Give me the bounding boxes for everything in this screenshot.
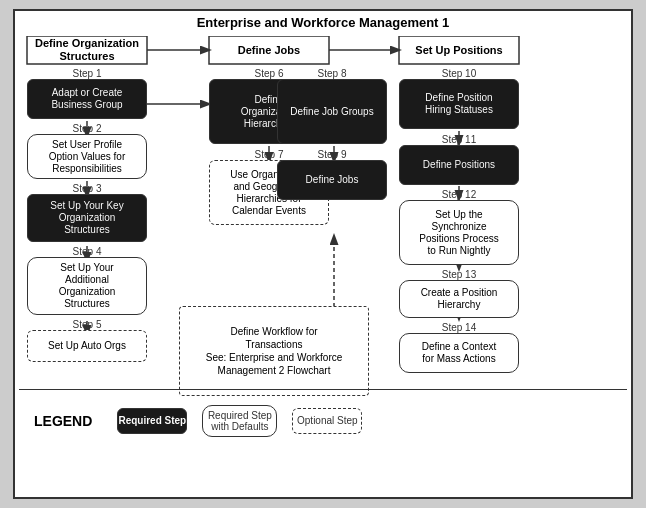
step4-box: Set Up YourAdditionalOrganizationStructu… bbox=[27, 257, 147, 315]
step5-box: Set Up Auto Orgs bbox=[27, 330, 147, 362]
step1-label: Step 1 bbox=[27, 68, 147, 79]
col1-header: Define Organization Structures bbox=[27, 36, 147, 64]
step12-label: Step 12 bbox=[399, 189, 519, 200]
legend-required-defaults-box: Required Stepwith Defaults bbox=[202, 405, 277, 437]
step9-box: Define Jobs bbox=[277, 160, 387, 200]
step8-label: Step 8 bbox=[277, 68, 387, 79]
page-title: Enterprise and Workforce Management 1 bbox=[19, 15, 627, 30]
step14-label: Step 14 bbox=[399, 322, 519, 333]
legend-area: LEGEND Required Step Required Stepwith D… bbox=[19, 389, 627, 451]
step1-box: Adapt or CreateBusiness Group bbox=[27, 79, 147, 119]
diagram-area: Define Organization Structures Define Jo… bbox=[19, 36, 627, 451]
step3-label: Step 3 bbox=[27, 183, 147, 194]
step11-label: Step 11 bbox=[399, 134, 519, 145]
step8-box: Define Job Groups bbox=[277, 79, 387, 144]
legend-optional-box: Optional Step bbox=[292, 408, 362, 434]
legend-required: Required Step bbox=[117, 408, 187, 434]
main-container: Enterprise and Workforce Management 1 bbox=[13, 9, 633, 499]
legend-required-defaults: Required Stepwith Defaults bbox=[202, 405, 277, 437]
step4-label: Step 4 bbox=[27, 246, 147, 257]
legend-optional: Optional Step bbox=[292, 408, 362, 434]
step2-label: Step 2 bbox=[27, 123, 147, 134]
col2-header: Define Jobs bbox=[209, 36, 329, 64]
step13-label: Step 13 bbox=[399, 269, 519, 280]
step2-box: Set User ProfileOption Values forRespons… bbox=[27, 134, 147, 179]
step11-box: Define Positions bbox=[399, 145, 519, 185]
workflow-note: Define Workflow forTransactionsSee: Ente… bbox=[179, 306, 369, 396]
step5-label: Step 5 bbox=[27, 319, 147, 330]
legend-title: LEGEND bbox=[34, 413, 92, 429]
step12-box: Set Up theSynchronizePositions Processto… bbox=[399, 200, 519, 265]
step9-label: Step 9 bbox=[277, 149, 387, 160]
step3-box: Set Up Your KeyOrganizationStructures bbox=[27, 194, 147, 242]
step13-box: Create a PositionHierarchy bbox=[399, 280, 519, 318]
legend-required-box: Required Step bbox=[117, 408, 187, 434]
step10-label: Step 10 bbox=[399, 68, 519, 79]
col3-header: Set Up Positions bbox=[399, 36, 519, 64]
step14-box: Define a Contextfor Mass Actions bbox=[399, 333, 519, 373]
step10-box: Define PositionHiring Statuses bbox=[399, 79, 519, 129]
